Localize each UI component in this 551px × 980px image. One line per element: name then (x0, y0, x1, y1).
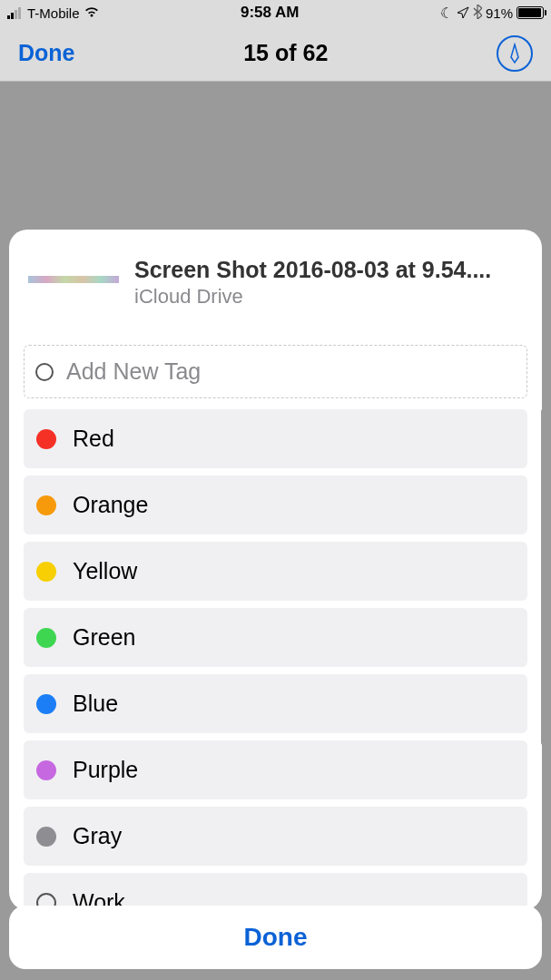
tag-label: Blue (73, 691, 118, 717)
tag-color-icon (36, 495, 56, 515)
tag-row[interactable]: Yellow (24, 542, 527, 601)
battery-icon (517, 6, 544, 19)
status-left: T-Mobile (7, 5, 100, 21)
tag-label: Yellow (73, 558, 137, 584)
status-bar: T-Mobile 9:58 AM ☾ 91% (0, 0, 551, 25)
navigation-bar: Done 15 of 62 (0, 25, 551, 82)
add-tag-input[interactable]: Add New Tag (24, 345, 527, 398)
file-name: Screen Shot 2016-08-03 at 9.54.... (134, 257, 524, 283)
pen-icon (506, 43, 524, 64)
tag-color-icon (36, 760, 56, 780)
tag-color-icon (36, 827, 56, 847)
signal-strength-icon (7, 6, 21, 19)
tag-color-icon (36, 628, 56, 648)
do-not-disturb-icon: ☾ (440, 5, 453, 22)
tag-label: Red (73, 426, 114, 452)
bluetooth-icon (473, 5, 482, 22)
location-icon (457, 6, 469, 19)
tag-row[interactable]: Purple (24, 740, 527, 799)
tag-label: Purple (73, 757, 138, 783)
tag-row[interactable]: Work (24, 873, 527, 910)
markup-button[interactable] (497, 35, 533, 72)
tag-color-icon (36, 429, 56, 449)
done-bar-label: Done (244, 923, 308, 952)
tag-list: RedOrangeYellowGreenBluePurpleGrayWork (9, 409, 542, 910)
wifi-icon (84, 5, 100, 21)
tag-label: Gray (73, 823, 122, 849)
tag-row[interactable]: Blue (24, 674, 527, 733)
page-indicator: 15 of 62 (243, 40, 328, 66)
tags-sheet: Screen Shot 2016-08-03 at 9.54.... iClou… (9, 230, 542, 910)
add-tag-placeholder: Add New Tag (66, 358, 201, 385)
tag-row[interactable]: Green (24, 608, 527, 667)
tag-row[interactable]: Gray (24, 807, 527, 866)
tag-color-icon (36, 694, 56, 714)
file-info: Screen Shot 2016-08-03 at 9.54.... iClou… (134, 257, 524, 309)
tag-row[interactable]: Orange (24, 475, 527, 534)
done-bar-button[interactable]: Done (9, 906, 542, 969)
tag-label: Green (73, 624, 135, 651)
file-header: Screen Shot 2016-08-03 at 9.54.... iClou… (9, 230, 542, 327)
tag-color-icon (36, 562, 56, 582)
tag-label: Orange (73, 492, 148, 518)
file-thumbnail (24, 257, 123, 302)
done-button[interactable]: Done (18, 40, 75, 66)
status-right: ☾ 91% (440, 5, 544, 22)
carrier-label: T-Mobile (27, 5, 80, 21)
battery-percent: 91% (486, 5, 513, 21)
tag-row[interactable]: Red (24, 409, 527, 468)
status-time: 9:58 AM (241, 4, 300, 22)
scroll-indicator[interactable] (541, 409, 542, 745)
tag-empty-icon (35, 363, 54, 381)
file-location: iCloud Drive (134, 285, 524, 309)
